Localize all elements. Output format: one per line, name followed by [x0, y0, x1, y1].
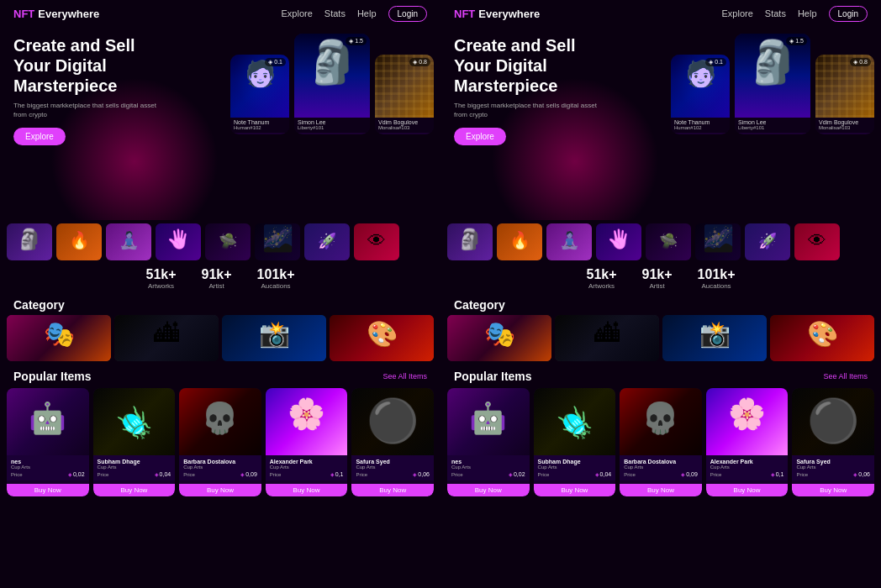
item-artist-r3: Barbara Dostalova — [624, 459, 698, 465]
category-row: Digital Arts 🎭 Technology 🏙 Photograpy 📸… — [0, 315, 440, 366]
buy-button-1[interactable]: Buy Now — [7, 484, 89, 496]
buy-button-r3[interactable]: Buy Now — [620, 484, 702, 496]
buy-button-3[interactable]: Buy Now — [179, 484, 261, 496]
item-price-val-r1: ◈0,02 — [509, 471, 525, 477]
item-footer-r4: Alexander Park Cup Arts Price ◈0,1 — [706, 455, 789, 480]
thumb-r6[interactable] — [695, 223, 741, 260]
category-row-right: Digital Arts 🎭 Technology 🏙 Photograpy 📸… — [440, 315, 881, 366]
item-price-row-r2: Price ◈0,04 — [538, 471, 612, 477]
popular-header-right: Popular Items See All Items — [440, 366, 881, 386]
nav-links: Explore Stats Help Login — [282, 6, 427, 22]
item-card-5[interactable]: Safura Syed Cup Arts Price ◈0,06 Buy Now — [351, 388, 434, 496]
left-panel: NFT Everywhere Explore Stats Help Login … — [0, 0, 440, 588]
nft-card-vdim-right[interactable]: ◈ 0.8 Vdim Bogulove Monalisa#103 — [815, 55, 874, 134]
nft-card-note[interactable]: 🧑 ◈ 0.1 Note Thanum Human#102 — [230, 55, 289, 134]
item-card-3[interactable]: Barbara Dostalova Cup Arts Price ◈0,09 B… — [179, 388, 261, 496]
hero-subtitle-right: The biggest markketplace that sells digi… — [454, 101, 609, 119]
see-all-link-right[interactable]: See All Items — [823, 372, 868, 381]
thumb-8[interactable] — [354, 223, 399, 260]
cat-photography-right[interactable]: Photograpy 📸 — [662, 315, 767, 361]
nav-stats-right[interactable]: Stats — [765, 8, 786, 18]
buy-button-2[interactable]: Buy Now — [93, 484, 176, 496]
thumb-r4[interactable] — [596, 223, 641, 260]
thumb-5[interactable] — [205, 223, 251, 260]
thumb-r3[interactable] — [546, 223, 592, 260]
cat-abstract-right[interactable]: Abstr 🎨 — [770, 315, 874, 361]
item-card-r5[interactable]: Safura Syed Cup Arts Price ◈0,06 Buy Now — [792, 388, 874, 496]
buy-button-r2[interactable]: Buy Now — [534, 484, 616, 496]
buy-button-r1[interactable]: Buy Now — [447, 484, 530, 496]
item-price-row-r3: Price ◈0,09 — [624, 471, 698, 477]
buy-button-r5[interactable]: Buy Now — [792, 484, 874, 496]
cat-technology-right[interactable]: Technology 🏙 — [555, 315, 659, 361]
thumb-1[interactable] — [7, 223, 52, 260]
item-card-r3[interactable]: Barbara Dostalova Cup Arts Price ◈0,09 B… — [620, 388, 702, 496]
thumb-4[interactable] — [156, 223, 201, 260]
item-name-3: Cup Arts — [183, 465, 257, 470]
nav-explore[interactable]: Explore — [282, 8, 313, 18]
item-price-label-4: Price — [270, 472, 282, 477]
nft-card-note-right[interactable]: 🧑 ◈ 0.1 Note Thanum Human#102 — [671, 55, 730, 134]
item-img-r1 — [447, 388, 530, 455]
nft-card-vdim[interactable]: ◈ 0.8 Vdim Bogulove Monalisa#103 — [375, 55, 434, 134]
thumb-r1[interactable] — [447, 223, 493, 260]
item-name-r3: Cup Arts — [624, 465, 698, 470]
item-name-4: Cup Arts — [270, 465, 344, 470]
nav-help-right[interactable]: Help — [798, 8, 817, 18]
thumb-r7[interactable] — [745, 223, 790, 260]
cat-abstract[interactable]: Abstr 🎨 — [330, 315, 434, 361]
stats-row: 51k+ Artworks 91k+ Artist 101k+ Aucation… — [0, 264, 440, 295]
hero-title-right: Create and Sell Your Digital Marsterpiec… — [454, 35, 609, 96]
see-all-link[interactable]: See All Items — [382, 372, 427, 381]
category-title: Category — [0, 295, 440, 315]
buy-button-4[interactable]: Buy Now — [266, 484, 348, 496]
cat-digital-arts-right[interactable]: Digital Arts 🎭 — [447, 315, 551, 361]
nft-card-simon[interactable]: 🗿 ◈ 1.5 Simon Lee Liberty#101 — [294, 34, 370, 134]
item-card-r2[interactable]: Subham Dhage Cup Arts Price ◈0,04 Buy No… — [534, 388, 616, 496]
thumb-r2[interactable] — [497, 223, 542, 260]
item-card-1[interactable]: nes Cup Arts Price ◈0,02 Buy Now — [7, 388, 89, 496]
nft-info-simon-right: Simon Lee Liberty#101 — [735, 118, 810, 133]
hero-nft-cards-right: 🧑 ◈ 0.1 Note Thanum Human#102 🗿 ◈ 1.5 Si… — [671, 34, 874, 134]
item-price-val-5: ◈0,06 — [413, 471, 430, 477]
thumb-7[interactable] — [304, 223, 350, 260]
thumb-2[interactable] — [56, 223, 102, 260]
thumb-3[interactable] — [106, 223, 151, 260]
popular-title: Popular Items — [13, 370, 92, 383]
thumb-r8[interactable] — [794, 223, 840, 260]
item-price-label-2: Price — [98, 472, 109, 477]
item-artist-3: Barbara Dostalova — [183, 459, 257, 465]
item-price-row-2: Price ◈0,04 — [98, 471, 171, 477]
nav-login-button-right[interactable]: Login — [829, 6, 868, 22]
item-card-r4[interactable]: Alexander Park Cup Arts Price ◈0,1 Buy N… — [706, 388, 789, 496]
item-card-4[interactable]: Alexander Park Cup Arts Price ◈0,1 Buy N… — [266, 388, 348, 496]
cat-photography[interactable]: Photograpy 📸 — [222, 315, 326, 361]
thumb-6[interactable] — [255, 223, 300, 260]
nav-login-button[interactable]: Login — [388, 6, 427, 22]
item-card-2[interactable]: Subham Dhage Cup Arts Price ◈0,04 Buy No… — [93, 388, 176, 496]
thumb-r5[interactable] — [646, 223, 691, 260]
buy-button-5[interactable]: Buy Now — [351, 484, 434, 496]
item-card-r1[interactable]: nes Cup Arts Price ◈0,02 Buy Now — [447, 388, 530, 496]
item-artist-r5: Safura Syed — [796, 459, 870, 465]
hero-title-line1: Create and Sell — [13, 36, 135, 55]
nft-card-simon-right[interactable]: 🗿 ◈ 1.5 Simon Lee Liberty#101 — [735, 34, 810, 134]
navbar-right: NFT Everywhere Explore Stats Help Login — [440, 0, 881, 27]
nav-explore-right[interactable]: Explore — [722, 8, 753, 18]
nft-info-vdim-right: Vdim Bogulove Monalisa#103 — [815, 118, 874, 133]
hero-explore-button[interactable]: Explore — [13, 128, 66, 145]
popular-items-row-right: nes Cup Arts Price ◈0,02 Buy Now Subham … — [440, 386, 881, 496]
hero-explore-button-right[interactable]: Explore — [454, 128, 506, 145]
hero-title-line3-right: Marsterpiece — [454, 76, 557, 95]
buy-button-r4[interactable]: Buy Now — [706, 484, 789, 496]
nav-help[interactable]: Help — [357, 8, 377, 18]
site-logo-right: NFT Everywhere — [454, 8, 540, 20]
navbar: NFT Everywhere Explore Stats Help Login — [0, 0, 440, 27]
item-price-row-5: Price ◈0,06 — [356, 471, 430, 477]
logo-nft-right: NFT — [454, 8, 475, 20]
stat-artist-label-right: Artist — [642, 282, 673, 290]
cat-digital-arts[interactable]: Digital Arts 🎭 — [7, 315, 111, 361]
hero-content-right: Create and Sell Your Digital Marsterpiec… — [454, 35, 609, 145]
nav-stats[interactable]: Stats — [324, 8, 346, 18]
cat-technology[interactable]: Technology 🏙 — [114, 315, 219, 361]
